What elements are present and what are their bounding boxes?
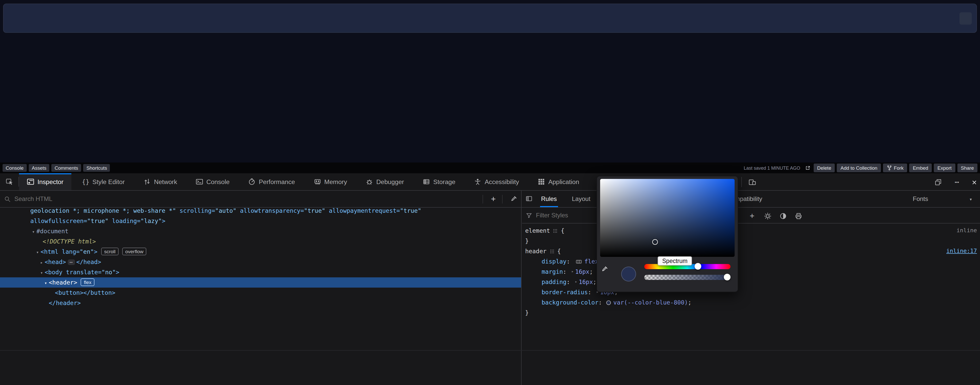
markup-row[interactable]: ▸<head>⋯</head> [0, 257, 521, 267]
preview-button-element[interactable] [959, 12, 972, 25]
hue-slider-handle[interactable] [695, 263, 701, 270]
delete-button[interactable]: Delete [814, 163, 835, 172]
tag-text: </head> [76, 258, 101, 266]
open-live-view-button[interactable] [804, 165, 811, 171]
selector-highlight-icon[interactable] [550, 249, 554, 253]
markup-row[interactable]: ▾#document [0, 226, 521, 236]
node-badge[interactable]: overflow [122, 248, 146, 255]
meatball-menu-button[interactable]: ⋯ [949, 173, 965, 191]
twisty-expanded-icon[interactable]: ▾ [43, 278, 49, 288]
property-name[interactable]: border-radius [542, 287, 588, 297]
markup-row[interactable]: ▾<body translate="no"> [0, 267, 521, 277]
pick-element-button[interactable] [0, 173, 19, 190]
rule-source-link[interactable]: inline:17 [947, 246, 977, 256]
footer-tab-shortcuts[interactable]: Shortcuts [83, 164, 110, 172]
light-scheme-button[interactable] [761, 209, 774, 222]
inline-expander[interactable]: ⋯ [67, 260, 75, 265]
markup-row-selected[interactable]: ▾<header>flex [0, 277, 521, 288]
color-swatch[interactable] [606, 300, 611, 305]
add-node-button[interactable]: + [486, 191, 501, 207]
markup-row[interactable]: </header> [0, 298, 521, 308]
detach-window-button[interactable] [930, 173, 946, 191]
responsive-design-mode-button[interactable] [745, 173, 760, 191]
add-to-collection-button[interactable]: Add to Collection [837, 163, 881, 172]
twisty-expanded-icon[interactable]: ▾ [30, 227, 37, 237]
footer-tab-comments[interactable]: Comments [52, 164, 81, 172]
search-input[interactable]: Search HTML [14, 195, 52, 203]
markup-row[interactable]: geolocation *; microphone *; web-share *… [0, 208, 521, 216]
selector-label[interactable]: element [525, 226, 550, 236]
tab-debugger[interactable]: Debugger [358, 173, 412, 190]
tab-style-editor[interactable]: {}Style Editor [74, 173, 132, 190]
twisty-expanded-icon[interactable]: ▾ [38, 268, 45, 278]
property-value[interactable]: 16px [575, 266, 589, 277]
property-name[interactable]: background-color [542, 297, 598, 307]
button-label: Delete [817, 166, 831, 170]
attribute-value: "true" [400, 208, 421, 214]
attribute-value: "no" [102, 269, 116, 276]
sidebar-tab-fonts[interactable]: Fonts [910, 191, 931, 207]
storage-icon [423, 178, 430, 185]
color-marker[interactable] [652, 239, 658, 245]
flex-badge[interactable]: flex [81, 278, 95, 286]
attribute-name: scrolling= [176, 208, 215, 214]
button-label: Fork [894, 166, 904, 170]
rule-source-link[interactable]: inline [957, 226, 977, 236]
property-value[interactable]: var(--color-blue-800) [613, 297, 688, 307]
attribute-value: "true" [87, 217, 108, 225]
property-name[interactable]: padding [542, 277, 566, 287]
sidebar-tab-rules[interactable]: Rules [538, 191, 560, 207]
tab-storage[interactable]: Storage [415, 173, 463, 190]
rules-list: element{inline}header{inline:17display: … [522, 223, 980, 385]
tab-label: Debugger [376, 178, 404, 185]
markup-row[interactable]: <button></button> [0, 288, 521, 298]
sidebar-tab-layout[interactable]: Layout [569, 191, 593, 207]
property-name[interactable]: display [542, 256, 566, 266]
tab-network[interactable]: Network [135, 173, 185, 190]
selector-highlight-icon[interactable] [553, 228, 558, 233]
filter-styles-input[interactable]: Filter Styles [536, 212, 568, 219]
tab-application[interactable]: Application [530, 173, 587, 190]
eyedropper-button[interactable] [601, 266, 608, 273]
tab-memory[interactable]: Memory [306, 173, 355, 190]
dark-scheme-button[interactable] [776, 209, 789, 222]
alpha-slider-handle[interactable] [724, 274, 730, 280]
expand-shorthand-icon[interactable]: ▸ [570, 266, 575, 277]
footer-tab-console[interactable]: Console [3, 164, 27, 172]
tab-performance[interactable]: Performance [240, 173, 302, 190]
alpha-slider[interactable] [644, 275, 730, 280]
share-button[interactable]: Share [957, 163, 977, 172]
add-node-icon: + [491, 194, 496, 204]
expand-shorthand-icon[interactable]: ▸ [574, 277, 579, 287]
property-value[interactable]: 16px [579, 277, 593, 287]
property-name[interactable]: margin [542, 266, 563, 277]
saturation-lightness-area[interactable] [600, 179, 735, 257]
embed-button[interactable]: Embed [909, 163, 932, 172]
fork-button[interactable]: Fork [883, 163, 907, 172]
search-icon [4, 196, 11, 202]
twisty-expanded-icon[interactable]: ▾ [34, 247, 41, 257]
sidebar-tabs-overflow-button[interactable]: ▾ [969, 191, 972, 207]
markup-row[interactable]: ▾<html lang="en">scrolloverflow [0, 247, 521, 257]
tag-text: > [94, 248, 97, 255]
print-media-button[interactable] [792, 209, 805, 222]
tab-accessibility[interactable]: Accessibility [466, 173, 527, 190]
open-brace: { [561, 226, 565, 236]
twisty-collapsed-icon[interactable]: ▸ [38, 257, 45, 268]
node-badge[interactable]: scroll [101, 248, 119, 255]
tab-inspector[interactable]: Inspector [19, 173, 71, 190]
footer-tab-assets[interactable]: Assets [29, 164, 49, 172]
markup-row[interactable]: <!DOCTYPE html> [0, 236, 521, 247]
eyedropper-button[interactable] [504, 191, 520, 207]
colon: : [566, 256, 574, 266]
flex-toggle-icon[interactable] [576, 259, 582, 264]
rule-selector-row: header{inline:17 [522, 246, 980, 256]
selector-label[interactable]: header [525, 246, 546, 256]
export-button[interactable]: Export [934, 163, 955, 172]
sidebar-toggle-button[interactable] [525, 195, 533, 203]
add-rule-button[interactable]: + [745, 209, 759, 222]
search-html-bar[interactable]: Search HTML + [0, 191, 522, 207]
markup-row[interactable]: allowfullscreen="true" loading="lazy"> [0, 216, 521, 226]
tab-console[interactable]: Console [188, 173, 237, 190]
close-button[interactable]: × [967, 173, 980, 191]
